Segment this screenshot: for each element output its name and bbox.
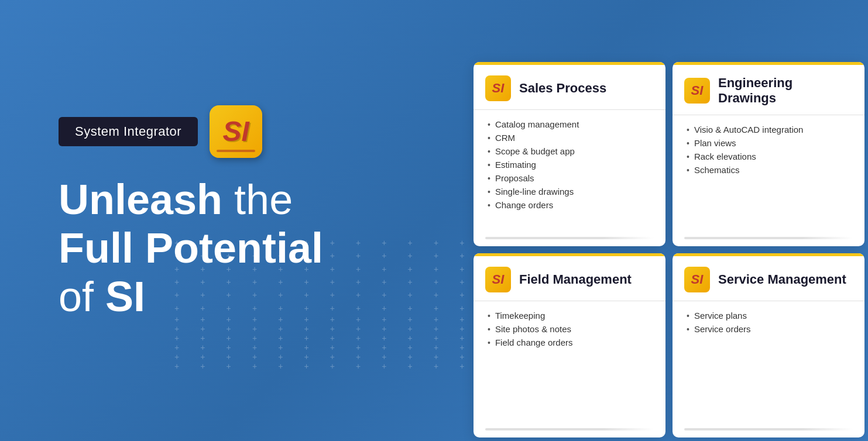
card-field-management-footer xyxy=(485,428,654,430)
card-engineering-drawings-body: Visio & AutoCAD integrationPlan viewsRac… xyxy=(673,115,864,237)
dot-decoration xyxy=(397,288,423,301)
headline-line1: Unleash the xyxy=(59,175,386,224)
card-sales-process-header: SISales Process xyxy=(474,65,665,110)
card-engineering-drawings-list: Visio & AutoCAD integrationPlan viewsRac… xyxy=(687,125,853,175)
dot-decoration xyxy=(397,275,423,288)
list-item: Service plans xyxy=(687,311,853,321)
list-item: Scope & budget app xyxy=(488,146,654,156)
card-sales-process-body: Catalog managementCRMScope & budget appE… xyxy=(474,110,665,237)
dot-decoration xyxy=(423,302,449,315)
headline-the: the xyxy=(222,176,293,223)
card-service-management-logo: SI xyxy=(684,267,710,292)
dot-decoration xyxy=(423,288,449,301)
list-item: Field change orders xyxy=(488,337,654,347)
system-integrator-badge: System Integrator xyxy=(59,117,198,146)
card-service-management-header: SIService Management xyxy=(673,256,864,301)
card-engineering-drawings-header: SIEngineering Drawings xyxy=(673,65,864,115)
card-service-management-body: Service plansService orders xyxy=(673,301,864,428)
cards-area: SISales ProcessCatalog managementCRMScop… xyxy=(470,58,868,441)
card-field-management-logo-text: SI xyxy=(492,272,505,287)
list-item: Catalog management xyxy=(488,119,654,129)
list-item: Schematics xyxy=(687,165,853,175)
headline-unleash: Unleash xyxy=(59,176,222,223)
card-service-management-footer xyxy=(684,428,853,430)
dot-decoration xyxy=(423,249,449,262)
headline: Unleash the Full Potential of SI xyxy=(59,175,386,321)
card-sales-process-logo: SI xyxy=(485,75,511,101)
card-field-management-body: TimekeepingSite photos & notesField chan… xyxy=(474,301,665,428)
card-engineering-drawings-logo-text: SI xyxy=(691,83,704,98)
card-sales-process-list: Catalog managementCRMScope & budget appE… xyxy=(488,119,654,210)
card-service-management: SIService ManagementService plansService… xyxy=(673,253,864,437)
card-engineering-drawings: SIEngineering DrawingsVisio & AutoCAD in… xyxy=(673,62,864,246)
card-sales-process: SISales ProcessCatalog managementCRMScop… xyxy=(474,62,665,246)
left-content: System Integrator SI Unleash the Full Po… xyxy=(59,105,386,321)
card-service-management-list: Service plansService orders xyxy=(687,311,853,334)
si-logo-text: SI xyxy=(222,118,249,146)
card-field-management-title: Field Management xyxy=(519,272,632,287)
headline-line2: Full Potential xyxy=(59,224,386,273)
dot-decoration xyxy=(397,302,423,315)
headline-line3: of SI xyxy=(59,273,386,321)
card-engineering-drawings-logo: SI xyxy=(684,78,710,104)
list-item: CRM xyxy=(488,133,654,143)
card-field-management-logo: SI xyxy=(485,267,511,292)
list-item: Site photos & notes xyxy=(488,324,654,334)
dot-decoration xyxy=(423,275,449,288)
card-field-management-header: SIField Management xyxy=(474,256,665,301)
card-field-management-list: TimekeepingSite photos & notesField chan… xyxy=(488,311,654,347)
list-item: Proposals xyxy=(488,173,654,183)
dot-decoration xyxy=(397,236,423,249)
headline-si: SI xyxy=(105,273,145,320)
card-sales-process-footer xyxy=(485,237,654,239)
list-item: Rack elevations xyxy=(687,151,853,161)
card-engineering-drawings-footer xyxy=(684,237,853,239)
list-item: Visio & AutoCAD integration xyxy=(687,125,853,135)
card-service-management-logo-text: SI xyxy=(691,272,704,287)
list-item: Single-line drawings xyxy=(488,187,654,197)
list-item: Change orders xyxy=(488,200,654,210)
dot-decoration xyxy=(397,263,423,275)
list-item: Service orders xyxy=(687,324,853,334)
card-service-management-title: Service Management xyxy=(718,272,846,287)
list-item: Estimating xyxy=(488,160,654,170)
card-field-management: SIField ManagementTimekeepingSite photos… xyxy=(474,253,665,437)
badge-container: System Integrator SI xyxy=(59,105,386,158)
dot-decoration xyxy=(423,263,449,275)
dot-decoration xyxy=(423,236,449,249)
card-sales-process-title: Sales Process xyxy=(519,81,606,96)
card-sales-process-logo-text: SI xyxy=(492,81,505,96)
headline-of: of xyxy=(59,273,105,320)
list-item: Plan views xyxy=(687,138,853,148)
badge-label: System Integrator xyxy=(75,124,181,139)
dot-decoration xyxy=(397,249,423,262)
si-logo-large: SI xyxy=(210,105,262,158)
list-item: Timekeeping xyxy=(488,311,654,321)
card-engineering-drawings-title: Engineering Drawings xyxy=(718,75,853,106)
